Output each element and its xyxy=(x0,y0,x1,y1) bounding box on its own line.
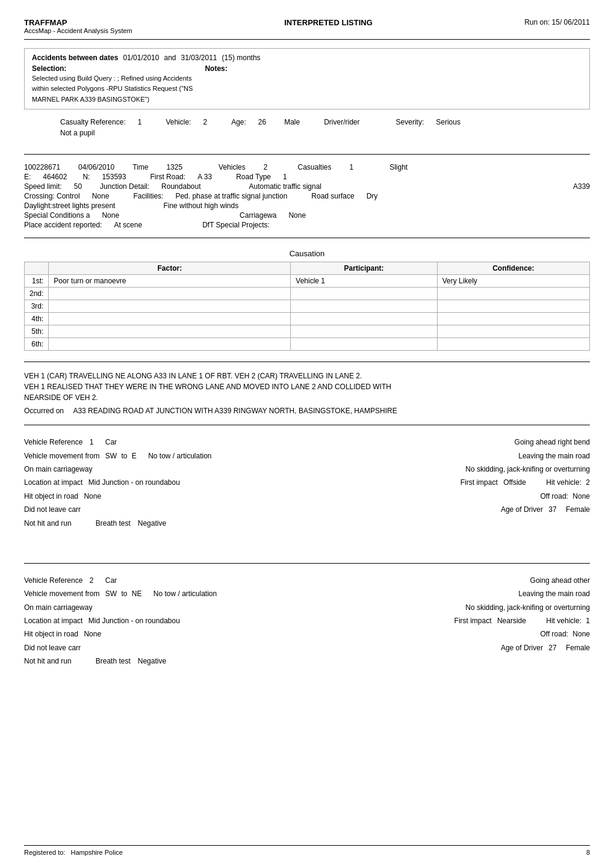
casualty-age-label: Age: xyxy=(231,118,246,126)
acc-special: None xyxy=(102,211,119,220)
casualty-row: Casualty Reference: 1 Vehicle: 2 Age: 26… xyxy=(60,118,590,126)
v2-not-hit-run: Not hit and run xyxy=(24,655,72,667)
acc-time-label: Time xyxy=(132,163,148,171)
acc-casualties: 1 xyxy=(350,163,354,171)
causation-row-factor xyxy=(49,313,291,325)
notes-label: Notes: xyxy=(205,64,227,73)
causation-row-confidence xyxy=(437,325,589,338)
causation-row: 4th: xyxy=(25,313,590,325)
causation-row-number: 4th: xyxy=(25,313,49,325)
causation-row-factor xyxy=(49,300,291,313)
accidents-between-label: Accidents between dates xyxy=(32,54,118,62)
causation-row-number: 3rd: xyxy=(25,300,49,313)
acc-junction-label: Junction Detail: xyxy=(100,182,149,191)
causation-col-participant: Participant: xyxy=(291,262,437,275)
causation-row-participant xyxy=(291,338,437,351)
acc-road-ref: A339 xyxy=(573,182,590,191)
footer-registered-label: Registered to: xyxy=(24,849,65,856)
v2-movement-row: Vehicle movement from SW to NE No tow / … xyxy=(24,588,217,600)
footer-registered-to: Hampshire Police xyxy=(71,849,123,856)
v1-tow: No tow / articulation xyxy=(148,452,211,460)
causation-row-participant xyxy=(291,288,437,300)
causation-row: 3rd: xyxy=(25,300,590,313)
causation-col-number xyxy=(25,262,49,275)
acc-crossing: None xyxy=(92,192,110,200)
acc-northing: 153593 xyxy=(102,173,126,181)
notes-section: Notes: xyxy=(205,64,227,104)
v2-location-row: Location at impact Mid Junction - on rou… xyxy=(24,615,180,627)
causation-row: 1st: Poor turn or manoevre Vehicle 1 Ver… xyxy=(25,275,590,288)
acc-first-road: A 33 xyxy=(197,173,212,181)
v2-did-not-leave: Did not leave carr xyxy=(24,642,81,654)
run-on-date: 15/ 06/2011 xyxy=(552,18,590,26)
accidents-dates-row: Accidents between dates 01/01/2010 and 3… xyxy=(32,54,582,62)
causation-row-factor xyxy=(49,325,291,338)
acc-vehicles-label: Vehicles xyxy=(219,163,246,171)
causation-row-confidence: Very Likely xyxy=(437,275,589,288)
acc-crossing-label: Crossing: Control xyxy=(24,192,80,200)
acc-easting-label: E: xyxy=(24,173,31,181)
causation-row-participant xyxy=(291,300,437,313)
v1-age-label: Age of Driver xyxy=(501,505,543,514)
v1-ref: 1 xyxy=(90,438,94,446)
accident-block: 100228671 04/06/2010 Time 1325 Vehicles … xyxy=(24,163,590,229)
vehicle2-block: Vehicle Reference 2 Car Going ahead othe… xyxy=(24,574,590,668)
v1-breath-test: Negative xyxy=(138,517,166,529)
v1-movement-to: E xyxy=(132,452,137,460)
v1-first-impact: Offside xyxy=(503,478,526,487)
narrative-line1: VEH 1 (CAR) TRAVELLING NE ALONG A33 IN L… xyxy=(24,371,590,381)
casualty-severity-label: Severity: xyxy=(396,118,424,126)
v2-direction: Going ahead other xyxy=(530,574,590,586)
causation-title: Causation xyxy=(24,249,590,258)
causation-row-factor: Poor turn or manoevre xyxy=(49,275,291,288)
v2-movement-to-label: to xyxy=(121,589,127,598)
v1-hit-object-row: Hit object in road None xyxy=(24,490,101,502)
v2-type: Car xyxy=(105,576,117,585)
casualty-reference-label: Casualty Reference: xyxy=(60,118,126,126)
casualty-role: Driver/rider xyxy=(324,118,359,126)
v2-skidding: No skidding, jack-knifing or overturning xyxy=(465,602,590,614)
v1-first-impact-label: First impact xyxy=(460,478,498,487)
causation-row-participant xyxy=(291,325,437,338)
acc-easting: 464602 xyxy=(43,173,67,181)
causation-table: Factor: Participant: Confidence: 1st: Po… xyxy=(24,262,590,351)
v1-location: Mid Junction - on roundabou xyxy=(88,478,180,487)
casualty-age-value: 26 xyxy=(258,118,266,126)
report-title: INTERPRETED LISTING xyxy=(284,18,373,27)
v2-hit-vehicle-label: Hit vehicle: xyxy=(546,617,581,625)
v1-direction: Going ahead right bend xyxy=(515,436,590,448)
v1-movement-from: SW xyxy=(105,452,117,460)
v1-hit-object: None xyxy=(84,492,101,500)
acc-casualties-label: Casualties xyxy=(297,163,331,171)
v1-hit-object-label: Hit object in road xyxy=(24,492,78,500)
v1-did-not-leave: Did not leave carr xyxy=(24,503,81,516)
v1-movement-to-label: to xyxy=(121,452,127,460)
v2-impact-row: First impact Nearside Hit vehicle: 1 xyxy=(454,615,590,627)
run-on: Run on: 15/ 06/2011 xyxy=(524,18,590,26)
acc-vehicles: 2 xyxy=(264,163,268,171)
occurred-on: Occurred on A33 READING ROAD AT JUNCTION… xyxy=(24,405,590,416)
v1-hit-vehicle-label: Hit vehicle: xyxy=(546,478,581,487)
v1-movement-label: Vehicle movement from xyxy=(24,452,99,460)
acc-northing-label: N: xyxy=(82,173,90,181)
acc-daylight: Daylight:street lights present xyxy=(24,202,115,210)
footer-registered: Registered to: Hampshire Police xyxy=(24,849,123,856)
causation-row-confidence xyxy=(437,313,589,325)
acc-severity: Slight xyxy=(389,163,408,171)
v1-ref-row: Vehicle Reference 1 Car xyxy=(24,436,117,448)
acc-place-label: Place accident reported: xyxy=(24,221,102,229)
v1-age: 37 xyxy=(548,505,556,514)
v1-location-row: Location at impact Mid Junction - on rou… xyxy=(24,476,180,488)
page-header: TRAFFMAP AccsMap - Accident Analysis Sys… xyxy=(24,18,590,34)
narrative-line3: NEARSIDE OF VEH 2. xyxy=(24,392,590,403)
causation-row-factor xyxy=(49,288,291,300)
v1-not-hit-run: Not hit and run xyxy=(24,517,72,529)
acc-road-surface-label: Road surface xyxy=(311,192,354,200)
causation-row-confidence xyxy=(437,338,589,351)
acc-weather: Fine without high winds xyxy=(163,202,238,210)
v2-age-label: Age of Driver xyxy=(501,644,543,652)
occurred-label: Occurred on xyxy=(24,407,64,415)
causation-row-participant: Vehicle 1 xyxy=(291,275,437,288)
causation-row: 2nd: xyxy=(25,288,590,300)
v1-carriageway: On main carriageway xyxy=(24,463,92,475)
